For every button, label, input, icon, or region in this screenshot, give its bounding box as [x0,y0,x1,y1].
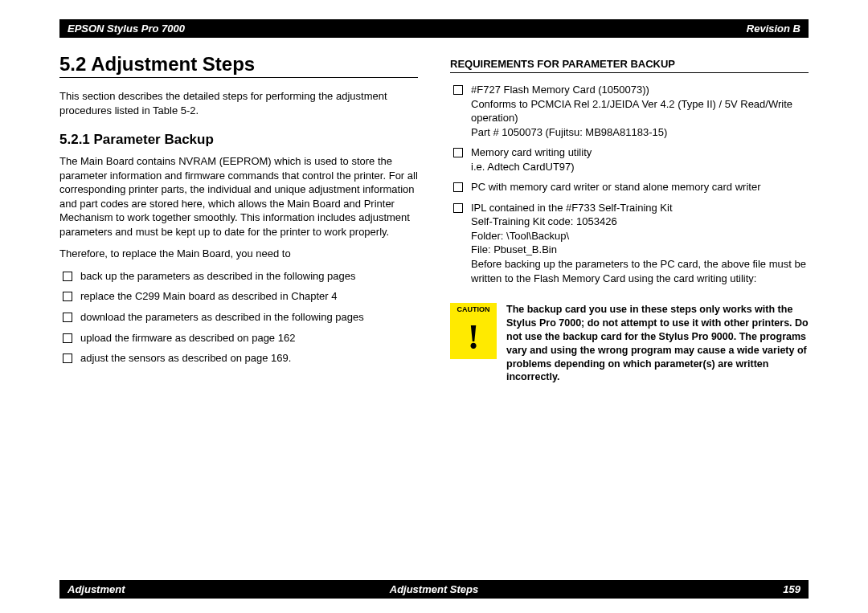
header-right: Revision B [747,22,800,35]
list-item: Memory card writing utility i.e. Adtech … [450,145,809,174]
footer-right: 159 [783,583,800,595]
caution-icon: CAUTION ! [450,303,497,362]
right-column: REQUIREMENTS FOR PARAMETER BACKUP #F727 … [450,48,809,573]
left-column: 5.2 Adjustment Steps This section descri… [59,48,418,573]
list-item: PC with memory card writer or stand alon… [450,180,809,194]
header-left: EPSON Stylus Pro 7000 [68,22,185,35]
req-line: Before backing up the parameters to the … [471,258,806,284]
list-item: IPL contained in the #F733 Self-Training… [450,201,809,285]
req-line: Conforms to PCMCIA Rel 2.1/JEIDA Ver 4.2… [471,98,792,125]
caution-label: CAUTION [450,303,497,316]
req-line: File: Pbuset_B.Bin [471,243,557,255]
req-line: #F727 Flash Memory Card (1050073)) [471,84,649,96]
list-item: upload the firmware as described on page… [59,331,418,345]
requirements-list: #F727 Flash Memory Card (1050073)) Confo… [450,83,809,285]
req-line: Part # 1050073 (Fujitsu: MB98A81183-15) [471,126,667,138]
section-heading: 5.2 Adjustment Steps [59,53,418,78]
req-line: Memory card writing utility [471,146,592,158]
caution-block: CAUTION ! The backup card you use in the… [450,303,809,384]
list-item: #F727 Flash Memory Card (1050073)) Confo… [450,83,809,139]
req-line: Folder: \Tool\Backup\ [471,230,569,242]
subsection-heading: 5.2.1 Parameter Backup [59,132,418,148]
list-item: replace the C299 Main board as described… [59,289,418,304]
caution-text: The backup card you use in these steps o… [506,303,809,384]
page-content: 5.2 Adjustment Steps This section descri… [59,48,809,573]
intro-paragraph: This section describes the detailed step… [59,89,418,117]
page-footer: Adjustment Adjustment Steps 159 [59,580,809,599]
body-paragraph: Therefore, to replace the Main Board, yo… [59,247,418,261]
list-item: adjust the sensors as described on page … [59,351,418,366]
footer-center: Adjustment Steps [390,583,479,595]
page-header: EPSON Stylus Pro 7000 Revision B [59,19,809,38]
req-line: Self-Training Kit code: 1053426 [471,215,617,227]
requirements-heading: REQUIREMENTS FOR PARAMETER BACKUP [450,58,809,73]
req-line: PC with memory card writer or stand alon… [471,181,761,193]
exclamation-icon: ! [450,316,497,359]
steps-list: back up the parameters as described in t… [59,269,418,366]
footer-left: Adjustment [68,583,125,595]
req-line: i.e. Adtech CardUT97) [471,161,575,173]
body-paragraph: The Main Board contains NVRAM (EEPROM) w… [59,154,418,239]
list-item: back up the parameters as described in t… [59,269,418,284]
req-line: IPL contained in the #F733 Self-Training… [471,202,673,214]
list-item: download the parameters as described in … [59,310,418,325]
